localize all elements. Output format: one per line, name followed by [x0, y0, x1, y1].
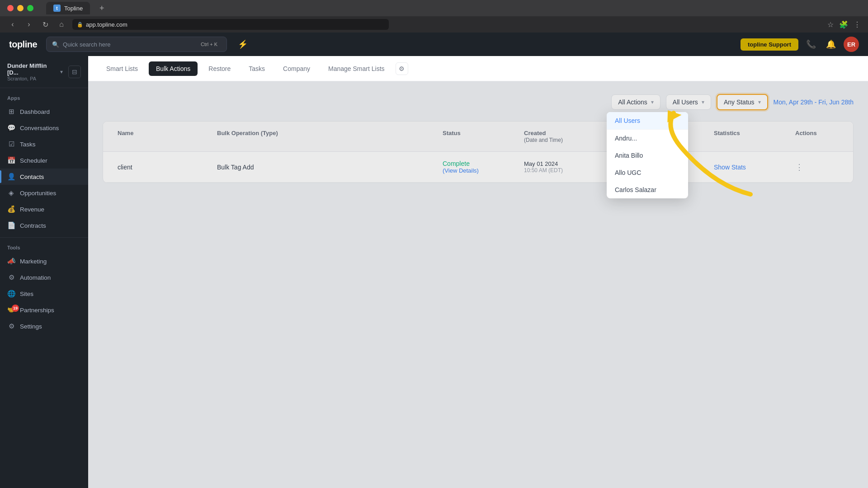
- support-button[interactable]: topline Support: [741, 38, 798, 51]
- sidebar-item-label: Contacts: [20, 174, 44, 180]
- sidebar-toggle-button[interactable]: ⊟: [68, 66, 81, 78]
- tab-restore[interactable]: Restore: [201, 61, 238, 76]
- back-button[interactable]: ‹: [7, 20, 18, 28]
- bell-icon[interactable]: 🔔: [824, 37, 838, 52]
- sidebar-item-settings[interactable]: ⚙ Settings: [0, 318, 88, 334]
- opportunities-icon: ◈: [7, 189, 15, 197]
- tab-company[interactable]: Company: [276, 61, 317, 76]
- app-header: topline 🔍 Quick search here Ctrl + K ⚡ t…: [0, 33, 868, 56]
- workspace-location: Scranton, PA: [7, 76, 57, 81]
- dashboard-icon: ⊞: [7, 108, 15, 116]
- sidebar-item-contacts[interactable]: 👤 Contacts: [0, 169, 88, 185]
- avatar[interactable]: ER: [844, 37, 859, 52]
- sidebar-item-label: Settings: [20, 323, 42, 330]
- search-placeholder: Quick search here: [63, 41, 111, 48]
- sidebar-item-scheduler[interactable]: 📅 Scheduler: [0, 152, 88, 169]
- workspace-selector[interactable]: Dunder Mifflin [D... Scranton, PA ▾ ⊟: [0, 56, 88, 88]
- sidebar-item-tasks[interactable]: ☑ Tasks: [0, 136, 88, 152]
- content-area: All Actions ▾ All Users ▾ Any Status ▾ M…: [88, 81, 868, 488]
- traffic-lights: [7, 5, 33, 11]
- all-users-dropdown[interactable]: All Users ▾: [666, 94, 711, 110]
- automation-icon: ⚙: [7, 273, 15, 282]
- th-statistics: Statistics: [708, 126, 790, 147]
- sidebar-item-label: Scheduler: [20, 157, 47, 164]
- dropdown-item-carlos[interactable]: Carlos Salazar: [607, 181, 688, 198]
- td-statistics: Show Stats: [708, 159, 790, 175]
- close-button[interactable]: [7, 5, 14, 11]
- sidebar-item-label: Marketing: [20, 258, 47, 265]
- browser-tab[interactable]: t Topline: [46, 2, 90, 14]
- all-actions-label: All Actions: [618, 99, 647, 106]
- sidebar-item-label: Opportunities: [20, 190, 56, 197]
- created-time: 10:50 AM (EDT): [524, 167, 613, 174]
- minimize-button[interactable]: [17, 5, 24, 11]
- dropdown-item-anita[interactable]: Anita Billo: [607, 147, 688, 164]
- header-search[interactable]: 🔍 Quick search here Ctrl + K: [46, 37, 227, 52]
- created-date: May 01 2024: [524, 160, 613, 167]
- refresh-button[interactable]: ↻: [40, 20, 51, 29]
- app-logo: topline: [9, 39, 37, 50]
- sidebar-item-revenue[interactable]: 💰 Revenue: [0, 201, 88, 217]
- bookmark-icon[interactable]: ☆: [827, 20, 834, 29]
- top-nav: Smart Lists Bulk Actions Restore Tasks C…: [88, 56, 868, 81]
- sidebar-item-conversations[interactable]: 💬 Conversations: [0, 120, 88, 136]
- sidebar-item-label: Revenue: [20, 206, 44, 213]
- sidebar-divider: [0, 237, 88, 238]
- tools-section-label: Tools: [0, 241, 88, 253]
- tasks-icon: ☑: [7, 140, 15, 148]
- sidebar-item-dashboard[interactable]: ⊞ Dashboard: [0, 103, 88, 120]
- dropdown-item-all-users[interactable]: All Users: [607, 112, 688, 129]
- forward-button[interactable]: ›: [24, 20, 34, 28]
- sidebar-item-sites[interactable]: 🌐 Sites: [0, 286, 88, 302]
- view-details-link[interactable]: (View Details): [443, 167, 513, 174]
- tab-bulk-actions[interactable]: Bulk Actions: [149, 61, 198, 76]
- browser-titlebar: t Topline +: [0, 0, 868, 16]
- tab-smart-lists[interactable]: Smart Lists: [99, 61, 145, 76]
- sidebar-item-marketing[interactable]: 📣 Marketing: [0, 253, 88, 269]
- sidebar-item-label: Conversations: [20, 125, 59, 131]
- settings-tab-icon[interactable]: ⚙: [396, 62, 408, 75]
- any-status-dropdown[interactable]: Any Status ▾: [717, 94, 768, 110]
- tab-manage-smart-lists[interactable]: Manage Smart Lists: [321, 61, 392, 76]
- td-bulk-operation: Bulk Tag Add: [212, 159, 437, 175]
- filters-row: All Actions ▾ All Users ▾ Any Status ▾ M…: [103, 94, 854, 110]
- workspace-name: Dunder Mifflin [D...: [7, 62, 57, 76]
- fullscreen-button[interactable]: [27, 5, 33, 11]
- home-button[interactable]: ⌂: [56, 20, 67, 28]
- revenue-icon: 💰: [7, 205, 15, 213]
- sidebar-item-partnerships[interactable]: 🤝 Partnerships 19: [0, 302, 88, 318]
- sidebar-item-label: Contracts: [20, 222, 46, 229]
- td-actions: ⋮: [790, 158, 844, 177]
- extensions-icon[interactable]: 🧩: [839, 20, 848, 29]
- table-row: client Bulk Tag Add Complete (View Detai…: [103, 152, 853, 183]
- date-range-filter[interactable]: Mon, Apr 29th - Fri, Jun 28th: [774, 99, 854, 106]
- address-bar[interactable]: 🔒 app.topline.com: [72, 19, 389, 30]
- dropdown-item-allo[interactable]: Allo UGC: [607, 164, 688, 181]
- sidebar-item-automation[interactable]: ⚙ Automation: [0, 269, 88, 286]
- dropdown-item-andru[interactable]: Andru...: [607, 130, 688, 147]
- show-stats-link[interactable]: Show Stats: [714, 164, 746, 171]
- bulk-actions-table: Name Bulk Operation (Type) Status Create…: [103, 121, 854, 183]
- sidebar-item-contracts[interactable]: 📄 Contracts: [0, 217, 88, 234]
- row-actions-icon[interactable]: ⋮: [795, 163, 803, 172]
- sidebar-item-label: Tasks: [20, 141, 36, 148]
- main-content: Smart Lists Bulk Actions Restore Tasks C…: [88, 56, 868, 488]
- menu-icon[interactable]: ⋮: [854, 20, 861, 29]
- td-created: May 01 2024 10:50 AM (EDT): [519, 156, 618, 178]
- settings-icon: ⚙: [7, 322, 15, 330]
- sidebar-item-label: Partnerships: [20, 307, 54, 314]
- phone-icon[interactable]: 📞: [804, 37, 818, 52]
- sidebar-item-opportunities[interactable]: ◈ Opportunities: [0, 185, 88, 201]
- all-users-chevron-icon: ▾: [702, 99, 704, 105]
- lightning-icon[interactable]: ⚡: [236, 38, 250, 51]
- any-status-label: Any Status: [724, 99, 755, 106]
- users-dropdown[interactable]: All Users Andru... Anita Billo Allo UGC …: [607, 112, 688, 198]
- tab-tasks[interactable]: Tasks: [241, 61, 272, 76]
- search-shortcut: Ctrl + K: [197, 41, 221, 48]
- apps-section-label: Apps: [0, 88, 88, 103]
- all-actions-dropdown[interactable]: All Actions ▾: [611, 94, 660, 110]
- th-status: Status: [437, 126, 519, 147]
- new-tab-button[interactable]: +: [95, 2, 108, 14]
- status-complete: Complete: [443, 160, 470, 167]
- partnerships-badge: 19: [12, 305, 19, 312]
